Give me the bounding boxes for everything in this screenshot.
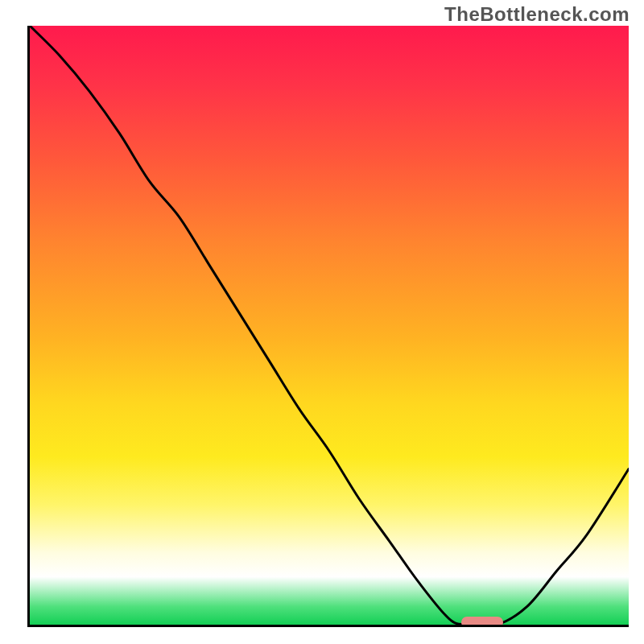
chart-container: TheBottleneck.com [0,0,644,644]
plot-area [27,26,629,627]
curve-line [30,26,629,625]
watermark-text: TheBottleneck.com [444,3,630,26]
optimal-marker [461,617,503,627]
